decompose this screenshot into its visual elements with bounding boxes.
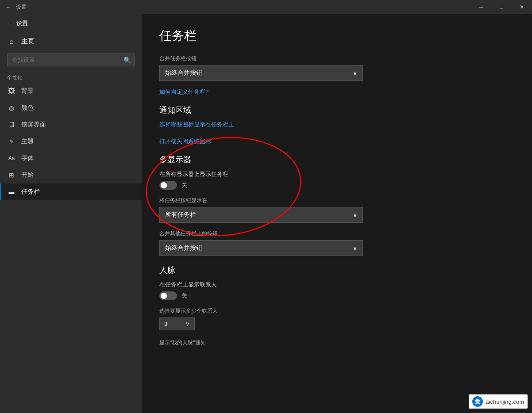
home-icon: ⌂	[7, 38, 16, 46]
contacts-state: 关	[181, 292, 187, 300]
show-all-label: 在所有显示器上显示任务栏	[159, 170, 514, 178]
notify-link1[interactable]: 选择哪些图标显示在任务栏上	[159, 121, 514, 129]
people-section-heading: 人脉	[159, 265, 514, 275]
search-input[interactable]	[7, 54, 135, 66]
lockscreen-icon: 🖥	[7, 121, 16, 129]
notify-section-heading: 通知区域	[159, 105, 514, 115]
contacts-count-dropdown[interactable]: 3 ∨	[159, 317, 195, 330]
show-on-value: 所有任务栏	[165, 211, 196, 219]
sidebar-item-font-label: 字体	[21, 154, 34, 162]
merge-other-dropdown[interactable]: 始终合并按钮 ∨	[159, 240, 363, 256]
show-on-label: 将任务栏按钮显示在	[159, 197, 514, 204]
sidebar-item-theme[interactable]: ✎ 主题	[0, 133, 142, 150]
sidebar-item-color[interactable]: ◎ 颜色	[0, 99, 142, 116]
multi-section-heading: 多显示器	[159, 154, 514, 165]
sidebar-home-label: 主页	[21, 37, 35, 46]
color-icon: ◎	[7, 104, 16, 111]
merge-label: 合并任务栏按钮	[159, 55, 514, 62]
contacts-count-value: 3	[164, 321, 167, 327]
contacts-notify-label: 显示"我的人脉"通知	[159, 339, 514, 347]
sidebar-item-background[interactable]: 🖼 背景	[0, 83, 142, 99]
contacts-toggle-row: 关	[159, 291, 514, 300]
watermark-icon: 爱	[472, 396, 483, 407]
customize-link[interactable]: 如何自定义任务栏?	[159, 88, 514, 96]
show-all-toggle-row: 关	[159, 181, 514, 190]
merge-dropdown-chevron: ∨	[353, 69, 357, 76]
titlebar-title: 设置	[16, 4, 27, 11]
font-icon: Aa	[7, 155, 16, 161]
contacts-toggle[interactable]	[159, 291, 177, 300]
merge-other-label: 合并其他任务栏上的按钮	[159, 230, 514, 237]
sidebar-item-lockscreen-label: 锁屏界面	[21, 121, 46, 129]
sidebar: ← 设置 ⌂ 主页 🔍 个性化 🖼 背景 ◎ 颜色 🖥 锁屏界面 ✎ 主题 Aa…	[0, 14, 142, 413]
show-all-state: 关	[181, 181, 187, 189]
sidebar-item-taskbar[interactable]: ▬ 任务栏	[0, 184, 142, 200]
page-title: 任务栏	[159, 27, 514, 44]
sidebar-item-theme-label: 主题	[21, 138, 34, 145]
merge-dropdown[interactable]: 始终合并按钮 ∨	[159, 65, 363, 81]
contacts-label: 在任务栏上显示联系人	[159, 281, 514, 289]
titlebar-controls: ─ □ ✕	[471, 0, 532, 14]
show-all-toggle[interactable]	[159, 181, 177, 190]
taskbar-icon: ▬	[7, 189, 16, 195]
sidebar-item-background-label: 背景	[21, 87, 34, 95]
watermark: 爱 aichunjing.com	[469, 394, 528, 409]
back-arrow-icon: ←	[7, 20, 13, 27]
show-all-setting: 在所有显示器上显示任务栏 关	[159, 170, 514, 190]
sidebar-home-item[interactable]: ⌂ 主页	[0, 33, 142, 50]
merge-other-chevron: ∨	[353, 245, 357, 252]
back-icon[interactable]: ←	[5, 4, 12, 11]
background-icon: 🖼	[7, 87, 16, 95]
close-button[interactable]: ✕	[512, 0, 532, 14]
toggle-knob	[161, 182, 167, 188]
titlebar: ← 设置 ─ □ ✕	[0, 0, 532, 14]
merge-other-value: 始终合并按钮	[165, 244, 202, 252]
contacts-toggle-knob	[161, 293, 167, 299]
main-content: 任务栏 合并任务栏按钮 始终合并按钮 ∨ 如何自定义任务栏? 通知区域 选择哪些…	[142, 14, 532, 413]
sidebar-back[interactable]: ← 设置	[0, 14, 142, 33]
sidebar-item-start-label: 开始	[21, 171, 34, 179]
start-icon: ⊞	[7, 172, 16, 179]
sidebar-item-start[interactable]: ⊞ 开始	[0, 167, 142, 184]
show-on-chevron: ∨	[353, 211, 357, 218]
minimize-button[interactable]: ─	[471, 0, 491, 14]
sidebar-item-lockscreen[interactable]: 🖥 锁屏界面	[0, 116, 142, 133]
maximize-button[interactable]: □	[491, 0, 512, 14]
sidebar-item-taskbar-label: 任务栏	[21, 188, 40, 196]
titlebar-left: ← 设置	[5, 4, 27, 11]
show-on-dropdown[interactable]: 所有任务栏 ∨	[159, 207, 363, 223]
contacts-count-label: 选择要显示多少个联系人	[159, 307, 514, 315]
notify-link2[interactable]: 打开或关闭系统图标	[159, 138, 514, 145]
sidebar-item-color-label: 颜色	[21, 104, 34, 112]
theme-icon: ✎	[7, 138, 16, 145]
sidebar-section-title: 个性化	[0, 72, 142, 83]
contacts-count-chevron: ∨	[185, 321, 190, 327]
search-icon: 🔍	[123, 57, 131, 64]
sidebar-back-label: 设置	[16, 19, 28, 27]
contacts-setting: 在任务栏上显示联系人 关	[159, 281, 514, 300]
sidebar-item-font[interactable]: Aa 字体	[0, 150, 142, 167]
merge-dropdown-value: 始终合并按钮	[165, 69, 202, 77]
sidebar-search-container: 🔍	[7, 54, 135, 66]
watermark-text: aichunjing.com	[486, 398, 524, 405]
